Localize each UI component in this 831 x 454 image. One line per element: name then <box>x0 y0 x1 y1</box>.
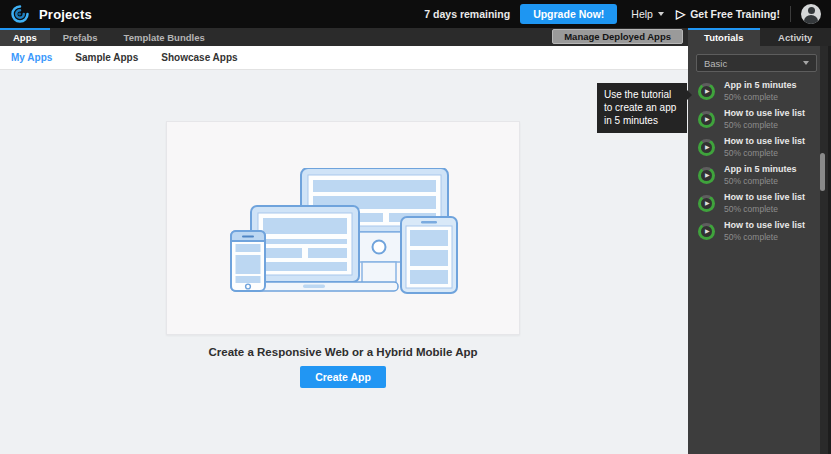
tutorial-status: 50% complete <box>724 176 797 186</box>
select-value: Basic <box>704 58 727 69</box>
tutorial-category-select[interactable]: Basic <box>696 54 817 72</box>
play-progress-icon[interactable]: ▶ <box>698 83 715 100</box>
tutorial-title: How to use live list <box>724 220 805 231</box>
tutorial-status: 50% complete <box>724 232 805 242</box>
trial-days-remaining: 7 days remaining <box>424 8 510 20</box>
play-progress-icon[interactable]: ▶ <box>698 111 715 128</box>
tab-tutorials[interactable]: Tutorials <box>688 28 760 46</box>
tutorial-title: How to use live list <box>724 192 805 203</box>
play-progress-icon[interactable]: ▶ <box>698 167 715 184</box>
tutorial-tooltip: Use the tutorial to create an app in 5 m… <box>597 83 687 133</box>
training-label: Get Free Training! <box>690 8 780 20</box>
manage-deployed-apps-button[interactable]: Manage Deployed Apps <box>552 29 683 44</box>
subtab-sample-apps[interactable]: Sample Apps <box>75 52 138 63</box>
chevron-down-icon <box>658 12 664 16</box>
help-menu[interactable]: Help <box>631 8 664 20</box>
avatar-body-icon <box>804 15 818 24</box>
create-app-cta: Create a Responsive Web or a Hybrid Mobi… <box>166 346 520 388</box>
user-avatar[interactable] <box>801 4 821 24</box>
play-progress-icon[interactable]: ▶ <box>698 223 715 240</box>
panel-body: Basic ▶ App in 5 minutes 50% complete ▶ … <box>688 46 831 454</box>
appery-logo-icon[interactable] <box>10 4 30 24</box>
tab-apps[interactable]: Apps <box>0 28 50 46</box>
tutorial-list-item[interactable]: ▶ How to use live list 50% complete <box>688 133 831 161</box>
panel-scrollbar-thumb[interactable] <box>820 153 825 191</box>
subtab-showcase-apps[interactable]: Showcase Apps <box>161 52 237 63</box>
tab-activity[interactable]: Activity <box>760 28 831 46</box>
tutorial-title: How to use live list <box>724 108 805 119</box>
tutorial-title: App in 5 minutes <box>724 80 797 91</box>
tutorial-title: App in 5 minutes <box>724 164 797 175</box>
help-label: Help <box>631 8 653 20</box>
tooltip-text: Use the tutorial to create an app in 5 m… <box>604 89 676 126</box>
top-header: Projects 7 days remaining Upgrade Now! H… <box>0 0 831 28</box>
tutorial-status: 50% complete <box>724 204 805 214</box>
play-progress-icon[interactable]: ▶ <box>698 195 715 212</box>
app-window: Projects 7 days remaining Upgrade Now! H… <box>0 0 831 454</box>
tutorial-list-item[interactable]: ▶ App in 5 minutes 50% complete <box>688 161 831 189</box>
create-app-button[interactable]: Create App <box>300 366 386 388</box>
tab-template-bundles[interactable]: Template Bundles <box>111 28 218 46</box>
upgrade-now-button[interactable]: Upgrade Now! <box>520 4 617 24</box>
tutorial-list-item[interactable]: ▶ App in 5 minutes 50% complete <box>688 77 831 105</box>
tutorial-list-item[interactable]: ▶ How to use live list 50% complete <box>688 105 831 133</box>
get-free-training-link[interactable]: ▷ Get Free Training! <box>676 8 780 20</box>
tutorial-title: How to use live list <box>724 136 805 147</box>
tutorial-list-item[interactable]: ▶ How to use live list 50% complete <box>688 189 831 217</box>
avatar-head-icon <box>808 7 815 14</box>
empty-state-caption: Create a Responsive Web or a Hybrid Mobi… <box>166 346 520 358</box>
panel-tabbar: Tutorials Activity <box>688 28 831 46</box>
page-title: Projects <box>39 7 92 22</box>
empty-state-card <box>166 121 520 335</box>
tab-prefabs[interactable]: Prefabs <box>50 28 111 46</box>
devices-illustration <box>229 168 459 298</box>
tutorial-status: 50% complete <box>724 148 805 158</box>
subtab-my-apps[interactable]: My Apps <box>11 52 52 63</box>
tooltip-arrow <box>687 90 692 100</box>
play-progress-icon[interactable]: ▶ <box>698 139 715 156</box>
chevron-down-icon <box>803 61 809 65</box>
header-divider <box>790 6 791 22</box>
apps-subtabbar: My Apps Sample Apps Showcase Apps <box>0 46 688 70</box>
tutorial-status: 50% complete <box>724 92 797 102</box>
tutorial-status: 50% complete <box>724 120 805 130</box>
main-content: Create a Responsive Web or a Hybrid Mobi… <box>0 70 688 454</box>
panel-scrollbar-track[interactable] <box>820 46 831 454</box>
tutorials-panel: Tutorials Activity Basic ▶ App in 5 minu… <box>688 28 831 454</box>
tutorial-list-item[interactable]: ▶ How to use live list 50% complete <box>688 217 831 245</box>
play-outline-icon: ▷ <box>676 8 685 20</box>
